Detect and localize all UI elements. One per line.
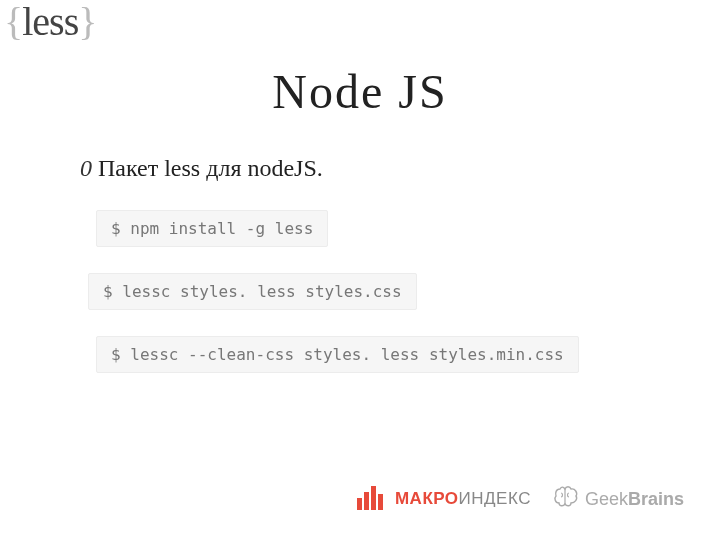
page-title: Node JS (0, 0, 720, 119)
svg-rect-0 (357, 498, 362, 510)
bullet-text: Пакет less для nodeJS. (98, 155, 323, 181)
bullet-line: 0Пакет less для nodeJS. (80, 155, 720, 182)
logo-word: less (22, 0, 78, 44)
makro-part1: МАКРО (395, 489, 459, 508)
brain-icon (553, 485, 579, 513)
brace-open: { (4, 0, 22, 44)
less-logo: {less} (4, 0, 96, 45)
geekbrains-logo: GeekBrains (553, 485, 684, 513)
svg-rect-1 (364, 492, 369, 510)
geek-part2: Brains (628, 489, 684, 509)
svg-rect-3 (378, 494, 383, 510)
makroindex-text: МАКРОИНДЕКС (395, 489, 531, 509)
geekbrains-text: GeekBrains (585, 489, 684, 510)
bullet-marker: 0 (80, 155, 92, 181)
slide: {less} Node JS 0Пакет less для nodeJS. $… (0, 0, 720, 540)
code-line-1: $ npm install -g less (96, 210, 328, 247)
brace-close: } (78, 0, 96, 44)
footer: МАКРОИНДЕКС GeekBrains (357, 484, 684, 514)
makro-part2: ИНДЕКС (459, 489, 531, 508)
code-line-2: $ lessc styles. less styles.css (88, 273, 417, 310)
bars-icon (357, 484, 387, 514)
geek-part1: Geek (585, 489, 628, 509)
makroindex-logo: МАКРОИНДЕКС (357, 484, 531, 514)
svg-rect-2 (371, 486, 376, 510)
code-line-3: $ lessc --clean-css styles. less styles.… (96, 336, 579, 373)
